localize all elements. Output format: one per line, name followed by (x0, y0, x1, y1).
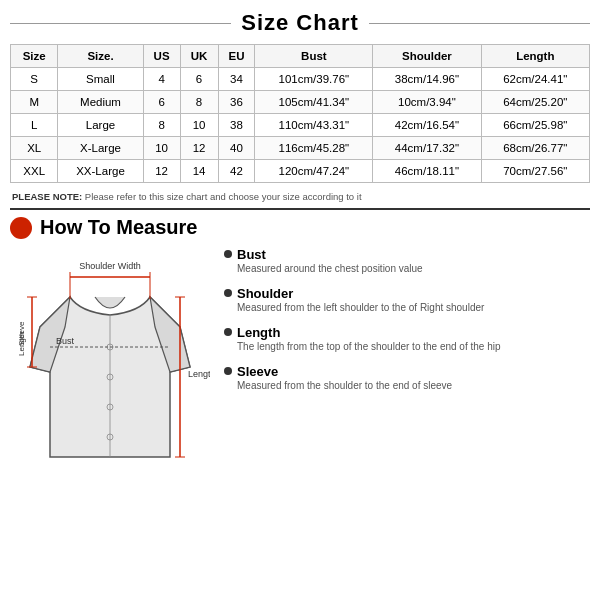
table-cell: 10cm/3.94" (373, 91, 481, 114)
measure-item: Sleeve Measured from the shoulder to the… (224, 364, 590, 393)
table-header-cell: Size. (58, 45, 143, 68)
table-header: SizeSize.USUKEUBustShoulderLength (11, 45, 590, 68)
table-cell: 70cm/27.56" (481, 160, 589, 183)
table-header-cell: UK (180, 45, 218, 68)
table-cell: 66cm/25.98" (481, 114, 589, 137)
table-row: MMedium6836105cm/41.34"10cm/3.94"64cm/25… (11, 91, 590, 114)
note-text: PLEASE NOTE: Please refer to this size c… (10, 191, 590, 202)
measure-title-text: Sleeve (237, 364, 278, 379)
title-line-right (369, 23, 590, 24)
title-section: Size Chart (10, 10, 590, 36)
table-cell: XXL (11, 160, 58, 183)
measure-content: Shoulder Width Bust Length Sleeve Length (10, 247, 590, 480)
measure-item: Length The length from the top of the sh… (224, 325, 590, 354)
table-cell: 101cm/39.76" (255, 68, 373, 91)
measure-title-text: Length (237, 325, 280, 340)
measure-item: Shoulder Measured from the left shoulder… (224, 286, 590, 315)
table-cell: 14 (180, 160, 218, 183)
table-cell: Small (58, 68, 143, 91)
table-cell: 46cm/18.11" (373, 160, 481, 183)
table-cell: 36 (218, 91, 255, 114)
table-header-cell: Shoulder (373, 45, 481, 68)
table-cell: 42 (218, 160, 255, 183)
table-cell: 38cm/14.96" (373, 68, 481, 91)
table-header-cell: Bust (255, 45, 373, 68)
table-header-cell: EU (218, 45, 255, 68)
table-row: SSmall4634101cm/39.76"38cm/14.96"62cm/24… (11, 68, 590, 91)
table-cell: 68cm/26.77" (481, 137, 589, 160)
svg-text:Length: Length (188, 369, 210, 379)
measure-item: Bust Measured around the chest position … (224, 247, 590, 276)
table-row: XXLXX-Large121442120cm/47.24"46cm/18.11"… (11, 160, 590, 183)
table-cell: XX-Large (58, 160, 143, 183)
title-line-left (10, 23, 231, 24)
table-cell: 40 (218, 137, 255, 160)
table-cell: Large (58, 114, 143, 137)
how-title-row: How To Measure (10, 216, 590, 239)
table-cell: 110cm/43.31" (255, 114, 373, 137)
table-cell: 38 (218, 114, 255, 137)
svg-text:Bust: Bust (56, 336, 75, 346)
table-header-cell: US (143, 45, 180, 68)
red-circle-icon (10, 217, 32, 239)
svg-text:Length: Length (17, 332, 26, 356)
size-table: SizeSize.USUKEUBustShoulderLength SSmall… (10, 44, 590, 183)
table-cell: 6 (143, 91, 180, 114)
table-cell: 12 (180, 137, 218, 160)
table-cell: XL (11, 137, 58, 160)
table-header-cell: Length (481, 45, 589, 68)
how-to-measure-section: How To Measure (10, 208, 590, 480)
measure-item-title: Length (224, 325, 590, 340)
measure-title-text: Bust (237, 247, 266, 262)
table-cell: 10 (143, 137, 180, 160)
measure-item-desc: Measured from the left shoulder to the o… (237, 301, 590, 315)
table-cell: 105cm/41.34" (255, 91, 373, 114)
table-cell: M (11, 91, 58, 114)
table-row: LLarge81038110cm/43.31"42cm/16.54"66cm/2… (11, 114, 590, 137)
measure-item-desc: Measured from the shoulder to the end of… (237, 379, 590, 393)
table-cell: 44cm/17.32" (373, 137, 481, 160)
table-header-cell: Size (11, 45, 58, 68)
measure-item-title: Sleeve (224, 364, 590, 379)
svg-text:Shoulder Width: Shoulder Width (79, 261, 141, 271)
table-row: XLX-Large101240116cm/45.28"44cm/17.32"68… (11, 137, 590, 160)
page-title: Size Chart (241, 10, 359, 36)
illustration-svg: Shoulder Width Bust Length Sleeve Length (10, 247, 210, 477)
table-cell: 6 (180, 68, 218, 91)
table-cell: 42cm/16.54" (373, 114, 481, 137)
table-cell: 120cm/47.24" (255, 160, 373, 183)
bullet-icon (224, 328, 232, 336)
table-cell: 10 (180, 114, 218, 137)
table-cell: 8 (143, 114, 180, 137)
table-cell: X-Large (58, 137, 143, 160)
measure-item-desc: Measured around the chest position value (237, 262, 590, 276)
measure-item-title: Shoulder (224, 286, 590, 301)
note-content: Please refer to this size chart and choo… (85, 191, 362, 202)
bullet-icon (224, 250, 232, 258)
table-cell: S (11, 68, 58, 91)
note-label: PLEASE NOTE: (12, 191, 82, 202)
table-cell: 64cm/25.20" (481, 91, 589, 114)
how-title: How To Measure (40, 216, 197, 239)
measure-title-text: Shoulder (237, 286, 293, 301)
bullet-icon (224, 367, 232, 375)
bullet-icon (224, 289, 232, 297)
table-cell: 8 (180, 91, 218, 114)
table-cell: Medium (58, 91, 143, 114)
table-cell: 4 (143, 68, 180, 91)
measure-item-title: Bust (224, 247, 590, 262)
table-cell: 116cm/45.28" (255, 137, 373, 160)
table-body: SSmall4634101cm/39.76"38cm/14.96"62cm/24… (11, 68, 590, 183)
measure-list: Bust Measured around the chest position … (220, 247, 590, 480)
table-cell: 12 (143, 160, 180, 183)
table-cell: 62cm/24.41" (481, 68, 589, 91)
measure-item-desc: The length from the top of the shoulder … (237, 340, 590, 354)
table-cell: L (11, 114, 58, 137)
illustration: Shoulder Width Bust Length Sleeve Length (10, 247, 210, 480)
table-cell: 34 (218, 68, 255, 91)
